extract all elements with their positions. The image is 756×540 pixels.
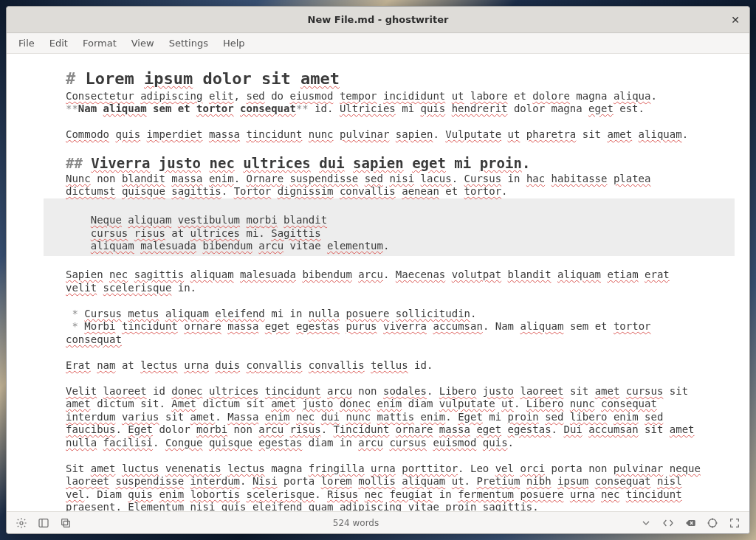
menu-help[interactable]: Help: [217, 35, 251, 52]
code-icon[interactable]: [658, 514, 678, 532]
statusbar: 524 words: [7, 511, 749, 533]
backspace-icon[interactable]: [680, 514, 701, 532]
svg-point-0: [20, 522, 23, 525]
word-count[interactable]: 524 words: [76, 518, 636, 528]
svg-rect-1: [39, 519, 48, 527]
code-block: Neque aliquam vestibulum morbi blandit c…: [44, 198, 735, 256]
svg-rect-4: [62, 519, 68, 525]
editor-area: # Lorem ipsum dolor sit amet Consectetur…: [7, 54, 749, 511]
window-title: New File.md - ghostwriter: [308, 14, 449, 25]
menu-file[interactable]: File: [13, 35, 41, 52]
app-window: New File.md - ghostwriter ✕ File Edit Fo…: [6, 6, 750, 534]
close-button[interactable]: ✕: [727, 12, 743, 28]
fullscreen-icon[interactable]: [724, 514, 745, 532]
editor[interactable]: # Lorem ipsum dolor sit amet Consectetur…: [7, 54, 749, 511]
h1-marker: #: [66, 69, 86, 88]
menu-format[interactable]: Format: [77, 35, 123, 52]
target-icon[interactable]: [702, 514, 723, 532]
chevron-down-icon[interactable]: [636, 514, 656, 532]
gear-icon[interactable]: [11, 514, 32, 532]
svg-point-7: [709, 519, 717, 527]
menu-view[interactable]: View: [126, 35, 160, 52]
menubar: File Edit Format View Settings Help: [7, 33, 749, 54]
sidebar-icon[interactable]: [33, 514, 54, 532]
titlebar[interactable]: New File.md - ghostwriter ✕: [7, 7, 749, 33]
menu-settings[interactable]: Settings: [163, 35, 214, 52]
copy-icon[interactable]: [55, 514, 76, 532]
svg-rect-3: [63, 521, 69, 527]
menu-edit[interactable]: Edit: [44, 35, 74, 52]
